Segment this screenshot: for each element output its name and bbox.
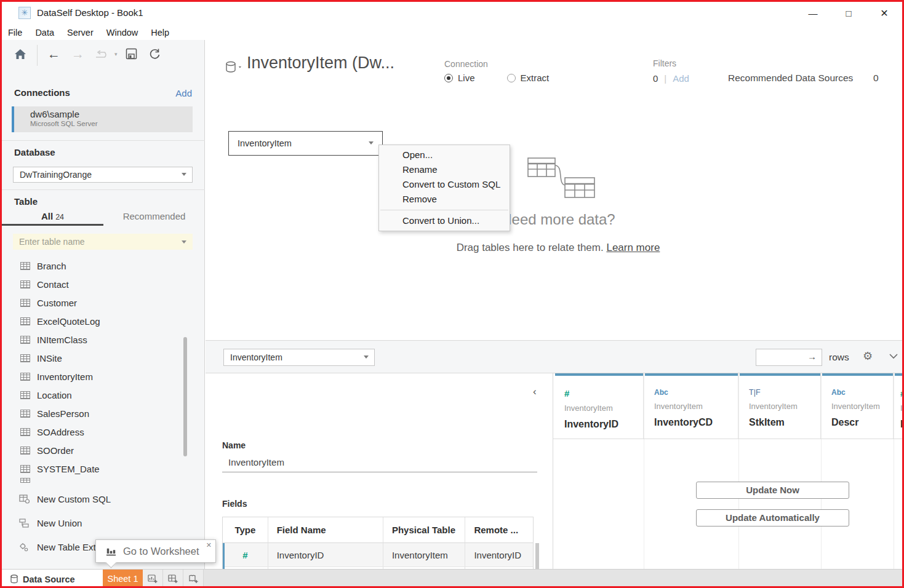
update-automatically-button[interactable]: Update Automatically: [696, 509, 849, 526]
tooltip-label: Go to Worksheet: [123, 546, 199, 557]
grid-column-header[interactable]: T|F InventoryItem StkItem: [739, 373, 821, 439]
table-list-item[interactable]: Location: [2, 386, 205, 404]
menu-data[interactable]: Data: [35, 28, 54, 38]
tab-sheet-1[interactable]: Sheet 1: [103, 570, 143, 588]
radio-extract-dot[interactable]: [507, 74, 516, 82]
filters-count: 0: [653, 73, 658, 84]
new-worksheet-button[interactable]: [143, 570, 163, 588]
save-icon[interactable]: [126, 48, 137, 60]
table-list-item[interactable]: INSite: [2, 349, 205, 367]
tab-all-count: 24: [55, 213, 64, 221]
new-dashboard-button[interactable]: [163, 570, 183, 588]
learn-more-link[interactable]: Learn more: [606, 242, 660, 253]
table-name: Contact: [37, 279, 69, 290]
home-icon[interactable]: [14, 47, 27, 61]
rows-label: rows: [829, 352, 849, 363]
grid-column[interactable]: # InventoryItem InventoryID: [554, 373, 644, 569]
table-list-item[interactable]: InventoryItem: [2, 367, 205, 386]
grid-column[interactable]: Abc InventoryItem Descr: [822, 373, 894, 569]
datasource-title[interactable]: InventoryItem (Dw...: [247, 54, 394, 73]
menu-item-convert-custom-sql[interactable]: Convert to Custom SQL: [379, 177, 510, 192]
grid-column-header[interactable]: # Inve Ite: [894, 373, 904, 439]
sidebar: ← → ▾ Connections Add dw6\sample Microso…: [2, 40, 205, 569]
menu-item-open[interactable]: Open...: [379, 148, 510, 162]
menu-window[interactable]: Window: [106, 28, 138, 38]
col-physical-table[interactable]: Physical Table: [383, 517, 465, 543]
forward-icon[interactable]: →: [71, 47, 84, 62]
table-name: Location: [37, 390, 72, 400]
connection-item[interactable]: dw6\sample Microsoft SQL Server: [12, 106, 193, 132]
close-button[interactable]: ✕: [875, 6, 894, 22]
caret-down-icon[interactable]: [182, 240, 186, 244]
field-row[interactable]: # InventoryID InventoryItem InventoryID: [223, 543, 533, 567]
table-list-item[interactable]: INItemClass: [2, 330, 205, 349]
grid-column-header[interactable]: Abc InventoryItem Descr: [822, 373, 894, 439]
table-list-item[interactable]: SOAddress: [2, 423, 205, 441]
filters-divider: |: [664, 73, 666, 84]
table-search-input[interactable]: Enter table name: [13, 234, 193, 250]
grid-column[interactable]: T|F InventoryItem StkItem: [739, 373, 822, 569]
grid-table-name: InventoryItem: [749, 402, 820, 411]
menu-item-convert-union[interactable]: Convert to Union...: [379, 213, 510, 228]
radio-extract[interactable]: Extract: [507, 73, 550, 83]
table-list-item[interactable]: SOOrder: [2, 441, 205, 459]
datasource-database-icon[interactable]: [225, 61, 243, 74]
tab-data-source[interactable]: Data Source: [2, 570, 103, 588]
chevron-down-icon[interactable]: [889, 353, 898, 359]
table-selector[interactable]: InventoryItem: [223, 349, 375, 366]
bottom-pane-controls: InventoryItem → rows ⚙: [206, 340, 904, 373]
menu-help[interactable]: Help: [151, 28, 169, 38]
back-icon[interactable]: ←: [47, 47, 60, 62]
remote-cell: InventoryID: [465, 543, 533, 567]
menu-file[interactable]: File: [8, 28, 22, 38]
data-preview-grid: # InventoryItem InventoryID Abc Inventor…: [553, 373, 904, 569]
menu-server[interactable]: Server: [67, 28, 94, 38]
caret-down-icon[interactable]: [369, 141, 374, 145]
filters-add-link[interactable]: Add: [673, 73, 689, 84]
grid-column-header[interactable]: # InventoryItem InventoryID: [554, 373, 644, 439]
gear-icon[interactable]: ⚙: [863, 349, 873, 363]
table-list-item[interactable]: Branch: [2, 256, 205, 275]
grid-column-clipped[interactable]: # Inve Ite: [894, 373, 904, 569]
table-list-item[interactable]: Contact: [2, 275, 205, 293]
redo-icon[interactable]: [94, 50, 110, 59]
recommended-data-sources-label[interactable]: Recommended Data Sources: [728, 73, 853, 84]
tab-recommended[interactable]: Recommended: [103, 210, 205, 226]
col-field-name[interactable]: Field Name: [268, 517, 383, 543]
refresh-icon[interactable]: [148, 47, 161, 60]
grid-header-divider: [553, 439, 904, 439]
table-node-inventoryitem[interactable]: InventoryItem: [228, 131, 383, 156]
grid-column[interactable]: Abc InventoryItem InventoryCD: [644, 373, 739, 569]
minimize-button[interactable]: —: [804, 6, 822, 22]
table-list-item[interactable]: ExcelQuoteLog: [2, 312, 205, 330]
redo-caret-icon[interactable]: ▾: [114, 51, 118, 57]
filters-row: 0 | Add: [653, 73, 689, 84]
collapse-panel-icon[interactable]: ‹: [533, 386, 537, 398]
new-union[interactable]: New Union: [2, 514, 205, 532]
new-custom-sql[interactable]: New Custom SQL: [2, 490, 205, 508]
radio-live[interactable]: Live: [444, 73, 475, 83]
grid-column-header[interactable]: Abc InventoryItem InventoryCD: [644, 373, 738, 439]
go-to-worksheet-tooltip[interactable]: Go to Worksheet ✕: [95, 539, 216, 563]
table-list-item[interactable]: Customer: [2, 293, 205, 312]
radio-live-dot[interactable]: [444, 74, 453, 82]
menu-item-remove[interactable]: Remove: [379, 192, 510, 207]
database-select[interactable]: DwTrainingOrange: [13, 167, 193, 183]
table-list-scrollbar[interactable]: [183, 337, 187, 456]
grid-table-name: InventoryItem: [564, 403, 643, 413]
rows-count-input[interactable]: →: [756, 349, 822, 366]
arrow-right-icon[interactable]: →: [807, 351, 817, 362]
table-icon: [20, 299, 30, 307]
tooltip-close-icon[interactable]: ✕: [206, 541, 212, 549]
update-now-button[interactable]: Update Now: [696, 482, 849, 499]
menu-item-rename[interactable]: Rename: [379, 162, 510, 177]
tab-all[interactable]: All24: [2, 210, 103, 226]
maximize-button[interactable]: □: [839, 6, 858, 22]
table-list-item[interactable]: SalesPerson: [2, 404, 205, 423]
name-field[interactable]: InventoryItem: [228, 457, 284, 467]
new-story-button[interactable]: [183, 570, 204, 588]
table-list-item[interactable]: SYSTEM_Date: [2, 459, 205, 478]
add-connection-link[interactable]: Add: [175, 88, 192, 98]
col-remote[interactable]: Remote ...: [465, 517, 533, 543]
col-type[interactable]: Type: [223, 517, 268, 543]
